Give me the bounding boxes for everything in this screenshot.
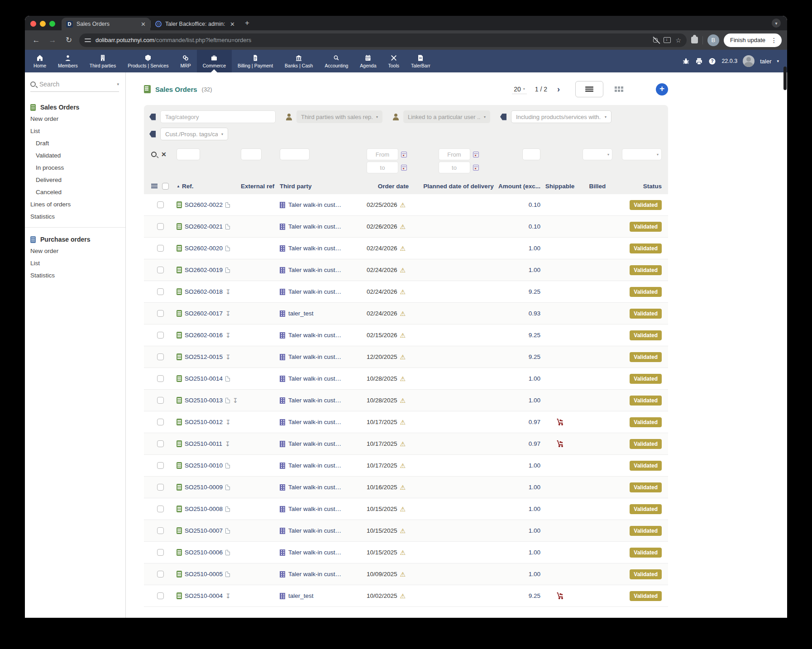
third-party-link[interactable]: Taler walk-in cust…: [288, 267, 341, 273]
order-ref-link[interactable]: SO2510-0007: [185, 527, 223, 534]
amount-link[interactable]: 0.97: [529, 419, 540, 425]
row-checkbox[interactable]: [157, 223, 164, 230]
download-icon[interactable]: ↧: [225, 332, 231, 339]
order-ref-link[interactable]: SO2510-0004: [185, 592, 223, 599]
row-checkbox[interactable]: [157, 397, 164, 404]
row-checkbox[interactable]: [157, 440, 164, 447]
header-status[interactable]: Status: [643, 183, 662, 190]
row-checkbox[interactable]: [157, 527, 164, 534]
sidebar-item-po-statistics[interactable]: Statistics: [25, 269, 125, 282]
amount-link[interactable]: 0.10: [529, 223, 540, 230]
order-ref-link[interactable]: SO2510-0006: [185, 549, 223, 556]
row-checkbox[interactable]: [157, 310, 164, 317]
calendar-icon[interactable]: [401, 152, 407, 157]
row-checkbox[interactable]: [157, 506, 164, 512]
sidebar-item-lines-of-orders[interactable]: Lines of orders: [25, 198, 125, 210]
url-bar[interactable]: dolibarr.potuzhnyi.com/commande/list.php…: [79, 33, 687, 47]
sidebar-item-list[interactable]: List: [25, 125, 125, 137]
tab-search-chevron-icon[interactable]: ▾: [772, 19, 781, 28]
download-icon[interactable]: ↧: [233, 397, 238, 404]
download-icon[interactable]: ↧: [225, 289, 231, 295]
header-shippable[interactable]: Shippable: [545, 183, 575, 190]
tab-close-icon[interactable]: ✕: [141, 21, 146, 28]
tag-category-input[interactable]: [160, 110, 276, 123]
order-date-from-input[interactable]: [367, 148, 398, 160]
sort-asc-icon[interactable]: ▲: [177, 184, 180, 188]
external-ref-filter-input[interactable]: [241, 148, 262, 160]
header-amount[interactable]: Amount (exc...: [498, 183, 540, 190]
sidebar-item-po-new-order[interactable]: New order: [25, 245, 125, 257]
linked-user-select[interactable]: Linked to a particular user ... ▾: [403, 110, 490, 123]
reload-button[interactable]: ↻: [63, 35, 75, 45]
third-party-link[interactable]: Taler walk-in cust…: [288, 223, 341, 230]
row-checkbox[interactable]: [157, 571, 164, 577]
order-ref-link[interactable]: SO2510-0013: [185, 397, 223, 404]
third-party-filter-input[interactable]: [280, 148, 310, 160]
add-order-button[interactable]: +: [656, 83, 668, 95]
forward-button[interactable]: →: [47, 36, 58, 45]
amount-link[interactable]: 1.00: [529, 549, 540, 556]
nav-talerbarr[interactable]: TalerBarr: [405, 50, 436, 72]
tab-taler-backoffice[interactable]: Taler Backoffice: admin: Orde ✕: [151, 18, 239, 30]
nav-members[interactable]: Members: [52, 50, 84, 72]
nav-banks-cash[interactable]: Banks | Cash: [279, 50, 319, 72]
blocked-permission-icon[interactable]: [652, 37, 659, 44]
amount-link[interactable]: 9.25: [529, 288, 540, 295]
nav-mrp[interactable]: MRP: [174, 50, 196, 72]
third-party-link[interactable]: taler_test: [288, 310, 314, 317]
browser-menu-icon[interactable]: ⋮: [769, 37, 779, 44]
profile-avatar[interactable]: B: [707, 34, 719, 46]
sidebar-item-new-order[interactable]: New order: [25, 113, 125, 125]
close-window-button[interactable]: [30, 21, 36, 27]
order-ref-link[interactable]: SO2510-0014: [185, 375, 223, 382]
minimize-window-button[interactable]: [40, 21, 46, 27]
run-search-icon[interactable]: [151, 152, 157, 157]
sidebar-item-delivered[interactable]: Delivered: [25, 174, 125, 186]
debug-bug-icon[interactable]: [682, 57, 690, 65]
row-checkbox[interactable]: [157, 288, 164, 295]
order-ref-link[interactable]: SO2510-0012: [185, 419, 223, 425]
download-icon[interactable]: ↧: [225, 354, 231, 360]
amount-link[interactable]: 1.00: [529, 397, 540, 404]
user-menu[interactable]: taler: [760, 58, 771, 65]
nav-products-services[interactable]: Products | Services: [122, 50, 174, 72]
order-ref-link[interactable]: SO2602-0020: [185, 245, 223, 252]
extensions-icon[interactable]: [691, 37, 698, 43]
amount-link[interactable]: 0.10: [529, 201, 540, 208]
amount-link[interactable]: 1.00: [529, 375, 540, 382]
status-filter-select[interactable]: ▾: [622, 148, 662, 160]
header-planned-date[interactable]: Planned date of delivery: [423, 183, 493, 190]
third-party-link[interactable]: Taler walk-in cust…: [288, 288, 341, 295]
grid-view-button[interactable]: [610, 81, 628, 97]
order-ref-link[interactable]: SO2602-0018: [185, 288, 223, 295]
amount-link[interactable]: 0.97: [529, 440, 540, 447]
billed-filter-select[interactable]: ▾: [583, 148, 612, 160]
download-icon[interactable]: ↧: [225, 441, 230, 447]
order-ref-link[interactable]: SO2510-0010: [185, 462, 223, 469]
download-icon[interactable]: ↧: [225, 593, 231, 599]
row-checkbox[interactable]: [157, 245, 164, 252]
bookmark-star-icon[interactable]: ☆: [675, 37, 681, 44]
planned-date-from-input[interactable]: [439, 148, 470, 160]
back-button[interactable]: ←: [30, 36, 42, 45]
finish-update-button[interactable]: Finish update ⋮: [724, 33, 782, 47]
order-ref-link[interactable]: SO2602-0019: [185, 267, 223, 273]
sidebar-item-po-list[interactable]: List: [25, 257, 125, 269]
list-view-button[interactable]: [575, 81, 603, 97]
calendar-icon[interactable]: [401, 165, 407, 171]
order-date-to-input[interactable]: [367, 162, 398, 173]
chevron-down-icon[interactable]: ▾: [117, 82, 119, 86]
row-checkbox[interactable]: [157, 592, 164, 599]
third-party-link[interactable]: Taler walk-in cust…: [288, 549, 341, 556]
row-checkbox[interactable]: [157, 462, 164, 469]
user-avatar[interactable]: [743, 55, 755, 67]
tab-sales-orders[interactable]: D Sales Orders ✕: [62, 18, 150, 30]
header-billed[interactable]: Billed: [589, 183, 606, 190]
third-party-salesrep-select[interactable]: Third parties with sales rep... ▾: [296, 110, 382, 123]
nav-commerce[interactable]: Commerce: [197, 50, 232, 72]
amount-filter-input[interactable]: [522, 148, 540, 160]
amount-link[interactable]: 9.25: [529, 592, 540, 599]
nav-third-parties[interactable]: Third parties: [84, 50, 122, 72]
order-ref-link[interactable]: SO2510-0009: [185, 484, 223, 491]
amount-link[interactable]: 9.25: [529, 353, 540, 360]
